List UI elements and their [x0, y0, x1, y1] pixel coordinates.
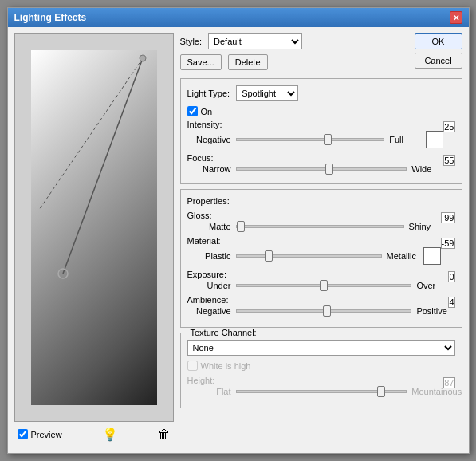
svg-line-1 [39, 58, 143, 210]
preview-label: Preview [31, 430, 62, 439]
ambience-label: Ambience: [187, 295, 229, 305]
focus-slider-row: Narrow Wide [187, 164, 444, 174]
intensity-label: Intensity: [187, 120, 222, 129]
intensity-value-row: Intensity: 25 [187, 120, 455, 129]
delete-button[interactable]: Delete [228, 54, 268, 70]
preview-controls: Preview 💡 🗑 [14, 422, 174, 447]
style-label: Style: [180, 37, 203, 46]
top-controls: Style: Default Flashlight Flood Light Pa… [180, 33, 462, 70]
svg-line-0 [63, 58, 143, 274]
save-delete-row: Save... Delete [180, 54, 303, 70]
bulb-icon: 💡 [102, 427, 118, 442]
material-value: -59 [441, 238, 455, 249]
light-type-row: Light Type: Directional Omni Spotlight [187, 85, 455, 101]
ambience-value: 4 [448, 297, 454, 308]
intensity-left-label: Negative [187, 135, 231, 144]
light-type-group: Light Type: Directional Omni Spotlight O… [180, 78, 462, 184]
texture-section-label: Texture Channel: [187, 328, 260, 337]
material-slider[interactable] [236, 254, 382, 258]
preview-canvas [14, 33, 174, 422]
dialog-body: Preview 💡 🗑 Style: Default Flashlight Fl… [8, 27, 469, 453]
ambience-slider[interactable] [236, 309, 412, 313]
material-swatch[interactable] [423, 247, 441, 265]
gloss-slider-row: Matte Shiny [187, 222, 441, 231]
on-checkbox[interactable] [187, 106, 198, 116]
cancel-button[interactable]: Cancel [415, 53, 462, 69]
properties-section: Properties: Gloss: -99 Matte Shiny [180, 189, 462, 328]
right-panel: Style: Default Flashlight Flood Light Pa… [180, 33, 462, 447]
exposure-slider[interactable] [236, 284, 412, 287]
dialog-title: Lighting Effects [14, 12, 87, 23]
height-right-label: Mountainous [411, 387, 443, 396]
height-left-label: Flat [187, 387, 231, 396]
focus-value-row: Focus: 55 [187, 153, 455, 163]
height-value-row: Height: 87 [187, 376, 455, 385]
exposure-value-row: Exposure: 0 [187, 270, 455, 279]
light-line-svg [31, 50, 157, 405]
material-right-label: Metallic [387, 251, 419, 261]
focus-value: 55 [443, 155, 454, 166]
exposure-value: 0 [448, 271, 454, 282]
close-button[interactable]: ✕ [450, 11, 462, 24]
preview-checkbox[interactable] [18, 429, 28, 439]
intensity-slider[interactable] [236, 138, 385, 141]
style-select[interactable]: Default Flashlight Flood Light Parallel … [208, 33, 302, 49]
focus-left-label: Narrow [187, 164, 231, 174]
material-label: Material: [187, 236, 221, 246]
exposure-label: Exposure: [187, 270, 227, 279]
exposure-left-label: Under [187, 281, 231, 290]
properties-header: Properties: [187, 196, 455, 206]
texture-channel-select[interactable]: None Red Green Blue Transparency [187, 340, 455, 356]
ambience-value-row: Ambience: 4 [187, 295, 455, 305]
intensity-right-label: Full [389, 135, 421, 144]
height-label: Height: [187, 376, 215, 385]
height-block: Height: 87 Flat Mountainous [187, 376, 455, 396]
ambience-block: Ambience: 4 Negative Positive [187, 295, 455, 316]
ambience-left-label: Negative [187, 306, 231, 316]
svg-point-3 [140, 55, 146, 61]
texture-section: Texture Channel: None Red Green Blue Tra… [180, 333, 462, 408]
texture-channel-row: None Red Green Blue Transparency [187, 340, 455, 356]
white-is-high-row: White is high [187, 361, 455, 371]
gloss-right-label: Shiny [409, 222, 441, 231]
preview-checkbox-area: Preview [18, 429, 62, 439]
title-bar: Lighting Effects ✕ [8, 8, 469, 27]
gloss-value: -99 [441, 212, 455, 223]
light-type-select[interactable]: Directional Omni Spotlight [236, 85, 298, 101]
material-slider-row: Plastic Metallic [187, 247, 441, 265]
on-row: On [187, 106, 455, 116]
height-slider-row: Flat Mountainous [187, 387, 444, 396]
exposure-slider-row: Under Over [187, 281, 449, 290]
on-label: On [201, 107, 213, 116]
exposure-right-label: Over [416, 281, 448, 290]
focus-block: Focus: 55 Narrow Wide [187, 153, 455, 174]
save-button[interactable]: Save... [180, 54, 222, 70]
gloss-left-label: Matte [187, 222, 231, 231]
gloss-slider[interactable] [236, 225, 404, 228]
material-block: Material: -59 Plastic Metallic [187, 236, 455, 265]
intensity-value: 25 [443, 121, 454, 132]
ambience-slider-row: Negative Positive [187, 306, 449, 316]
intensity-swatch[interactable] [426, 131, 443, 148]
intensity-slider-row: Negative Full [187, 131, 444, 148]
ok-button[interactable]: OK [415, 33, 462, 49]
ok-cancel-area: OK Cancel [415, 33, 462, 69]
focus-right-label: Wide [411, 164, 443, 174]
height-slider[interactable] [236, 390, 407, 393]
lighting-effects-dialog: Lighting Effects ✕ Pr [7, 7, 470, 454]
trash-icon[interactable]: 🗑 [158, 428, 171, 442]
gloss-value-row: Gloss: -99 [187, 211, 455, 220]
preview-inner [31, 50, 157, 405]
exposure-block: Exposure: 0 Under Over [187, 270, 455, 290]
left-panel: Preview 💡 🗑 [14, 33, 174, 447]
focus-slider[interactable] [236, 167, 407, 171]
white-is-high-checkbox[interactable] [187, 361, 198, 371]
material-left-label: Plastic [187, 251, 231, 261]
intensity-block: Intensity: 25 Negative Full [187, 120, 455, 148]
gloss-block: Gloss: -99 Matte Shiny [187, 211, 455, 231]
style-row: Style: Default Flashlight Flood Light Pa… [180, 33, 303, 49]
light-type-label: Light Type: [187, 89, 230, 98]
ambience-right-label: Positive [416, 306, 448, 316]
gloss-label: Gloss: [187, 211, 212, 220]
white-is-high-label: White is high [201, 361, 251, 371]
